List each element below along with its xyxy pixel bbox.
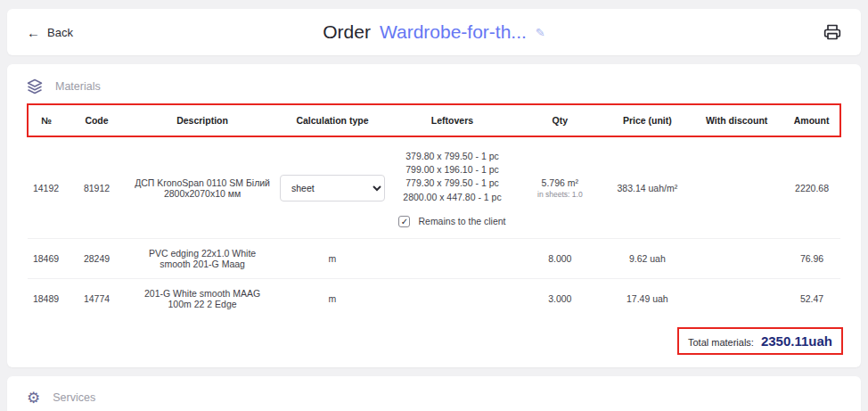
cell-calc-type: m [275, 278, 389, 318]
cell-discount [690, 238, 783, 278]
total-materials-label: Total materials: [688, 337, 754, 348]
cell-leftovers [389, 238, 515, 278]
edit-pencil-icon[interactable]: ✎ [536, 26, 545, 39]
materials-total-annotated: Total materials: 2350.11uah [677, 327, 843, 355]
back-arrow-icon: ← [27, 25, 40, 40]
col-num: № [28, 104, 64, 136]
cell-description: ДСП KronoSpan 0110 SM Білий 2800x2070x10… [129, 136, 275, 238]
cell-num: 18489 [28, 278, 64, 318]
col-amount: Amount [783, 104, 840, 136]
cell-code: 81912 [64, 136, 129, 238]
cell-num: 14192 [28, 136, 64, 238]
cell-leftovers [389, 278, 515, 318]
gear-icon: ⚙ [27, 390, 40, 406]
material-row: 18469 28249 PVC edging 22x1.0 White smoo… [28, 238, 840, 278]
col-leftovers: Leftovers [389, 104, 515, 136]
materials-section: Materials № Code Description Calculation… [7, 64, 861, 367]
materials-total-row: Total materials: 2350.11uah [7, 318, 861, 367]
cell-qty-sub: in sheets: 1.0 [519, 190, 601, 199]
materials-section-header: Materials [7, 75, 861, 103]
leftover-line: 779.30 x 799.50 - 1 pc [393, 177, 512, 190]
leftover-line: 379.80 x 799.50 - 1 pc [393, 150, 512, 163]
cell-amount: 76.96 [783, 238, 840, 278]
materials-header-row-annotated: № Code Description Calculation type Left… [28, 104, 840, 136]
cell-code: 28249 [64, 238, 129, 278]
printer-icon [823, 23, 841, 41]
cell-description: PVC edging 22x1.0 White smooth 201-G Maa… [129, 238, 275, 278]
back-label: Back [47, 26, 73, 39]
order-header-bar: ← Back Order Wardrobe-for-th... ✎ [7, 9, 861, 55]
cell-amount: 52.47 [783, 278, 840, 318]
cell-num: 18469 [28, 238, 64, 278]
remains-to-client-label: Remains to the client [418, 216, 505, 226]
cell-discount [690, 136, 783, 238]
services-section: ⚙ Services № Code Description Qty Price … [7, 376, 861, 411]
col-description: Description [129, 104, 275, 136]
materials-section-label: Materials [55, 80, 101, 93]
cell-qty: 3.000 [515, 278, 604, 318]
leftover-line: 2800.00 x 447.80 - 1 pc [393, 191, 512, 204]
cell-discount [690, 278, 783, 318]
back-button[interactable]: ← Back [27, 25, 73, 40]
material-row: 14192 81912 ДСП KronoSpan 0110 SM Білий … [28, 136, 840, 238]
calc-type-select[interactable]: sheet [280, 175, 385, 201]
col-code: Code [64, 104, 129, 136]
order-name-link[interactable]: Wardrobe-for-th... [380, 21, 527, 43]
cell-price: 17.49 uah [604, 278, 690, 318]
material-row: 18489 14774 201-G White smooth MAAG 100m… [28, 278, 840, 318]
cell-qty: 8.000 [515, 238, 604, 278]
cell-price: 383.14 uah/m² [604, 136, 690, 238]
col-qty: Qty [515, 104, 604, 136]
remains-to-client-checkbox[interactable]: ✓ [398, 216, 410, 227]
materials-table: № Code Description Calculation type Left… [27, 103, 841, 318]
leftovers-list: 379.80 x 799.50 - 1 pc 799.00 x 196.10 -… [393, 150, 512, 204]
col-discount: With discount [690, 104, 783, 136]
print-button[interactable] [823, 23, 841, 41]
cell-price: 9.62 uah [604, 238, 690, 278]
total-materials-value: 2350.11uah [761, 333, 832, 349]
col-price: Price (unit) [604, 104, 690, 136]
services-section-label: Services [53, 391, 95, 404]
cell-amount: 2220.68 [783, 136, 840, 238]
services-section-header: ⚙ Services [7, 387, 861, 411]
col-calc-type: Calculation type [275, 104, 389, 136]
page-title: Order Wardrobe-for-th... ✎ [7, 21, 861, 43]
cell-description: 201-G White smooth MAAG 100m 22 2 Edge [129, 278, 275, 318]
order-title-label: Order [323, 21, 371, 43]
leftover-line: 799.00 x 196.10 - 1 pc [393, 163, 512, 177]
cell-code: 14774 [64, 278, 129, 318]
cell-qty: 5.796 m² [519, 177, 601, 188]
cell-calc-type: m [275, 238, 389, 278]
layers-icon [27, 78, 43, 95]
